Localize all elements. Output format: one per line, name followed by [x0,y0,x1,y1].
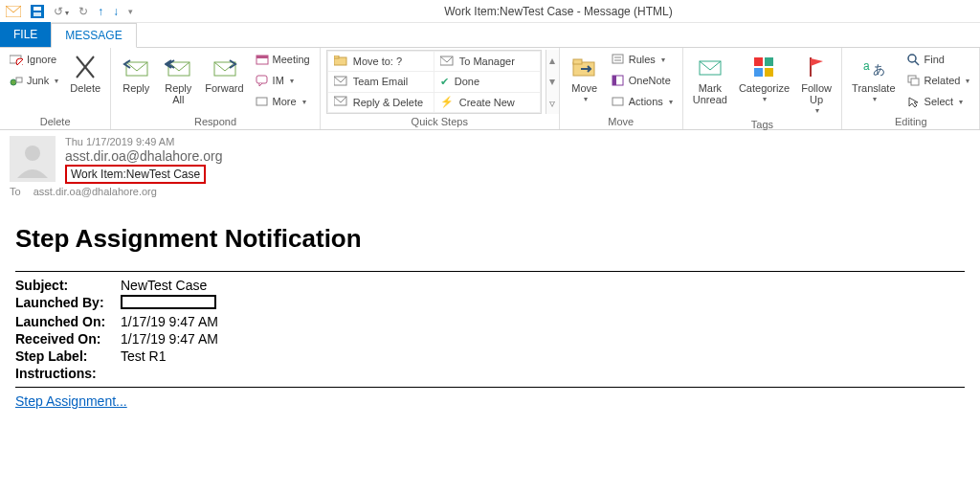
redacted-box [121,295,216,309]
rules-icon [612,53,625,66]
message-header: Thu 1/17/2019 9:49 AM asst.dir.oa@dhalah… [0,130,980,184]
f-steplabel-k: Step Label: [15,348,121,364]
actions-button[interactable]: Actions [608,92,677,111]
ribbon: Ignore Junk Delete Delete [0,48,980,130]
forward-label: Forward [205,82,243,94]
svg-text:あ: あ [873,62,885,77]
onenote-icon [612,74,625,87]
tab-file[interactable]: FILE [0,22,51,47]
mark-unread-label: Mark Unread [693,82,727,105]
f-instructions-k: Instructions: [15,366,121,381]
qs-createnew-label: Create New [459,97,515,108]
body-divider-bottom [15,387,965,388]
folder-move-icon [334,56,347,68]
onenote-button[interactable]: OneNote [608,71,677,90]
to-manager-icon [440,56,454,68]
save-icon[interactable] [31,5,44,18]
forward-icon [211,54,237,80]
svg-rect-19 [334,56,339,58]
redo-icon[interactable]: ↻ [78,5,88,18]
group-tags-label: Tags [689,117,835,132]
mark-unread-button[interactable]: Mark Unread [689,50,731,105]
delete-icon [72,54,99,80]
follow-up-button[interactable]: Follow Up [797,50,835,117]
group-respond-label: Respond [117,114,313,129]
f-launchedon-k: Launched On: [15,314,121,329]
qs-scroll-up[interactable]: ▴ [546,50,559,71]
translate-icon: aあ [860,54,887,80]
more-label: More [273,96,297,107]
qs-replydelete-label: Reply & Delete [353,97,423,108]
forward-button[interactable]: Forward [201,50,247,94]
group-editing-label: Editing [848,114,973,129]
move-label: Move [571,82,597,94]
create-new-icon: ⚡ [440,96,454,108]
sender-avatar [10,136,56,182]
f-steplabel-v: Test R1 [121,348,166,364]
rules-button[interactable]: Rules [608,50,677,69]
tab-message[interactable]: MESSAGE [51,23,136,48]
svg-rect-17 [256,98,267,105]
ignore-button[interactable]: Ignore [6,50,62,69]
qs-to-manager[interactable]: To Manager [434,52,540,71]
im-label: IM [273,75,284,86]
up-icon[interactable]: ↑ [98,5,103,18]
qs-expand[interactable]: ▿ [546,93,559,114]
step-assignment-link[interactable]: Step Assignment... [15,393,127,409]
message-subject: Work Item:NewTest Case [65,165,206,184]
f-subject-k: Subject: [15,278,121,293]
group-quick-steps: Move to: ? To Manager Team Email ✔Done R… [321,48,560,129]
ignore-label: Ignore [27,54,56,65]
qs-team-email[interactable]: Team Email [328,72,434,91]
meeting-button[interactable]: Meeting [252,50,314,69]
qs-done-label: Done [455,76,479,87]
reply-all-button[interactable]: Reply All [159,50,197,105]
ignore-icon [10,53,23,66]
window-title: Work Item:NewTest Case - Message (HTML) [444,5,673,18]
svg-point-45 [25,146,40,161]
find-button[interactable]: Find [903,50,974,69]
find-label: Find [924,54,945,65]
team-email-icon [334,76,347,88]
delete-button[interactable]: Delete [66,50,104,94]
svg-rect-8 [16,78,22,82]
respond-more-button[interactable]: More [252,92,314,111]
undo-icon[interactable]: ↺ [54,5,69,18]
categorize-icon [750,54,777,80]
qs-tomanager-label: To Manager [459,56,515,67]
reply-button[interactable]: Reply [117,50,155,94]
ribbon-tab-bar: FILE MESSAGE [0,23,980,48]
down-icon[interactable]: ↓ [113,5,119,18]
qs-move-to[interactable]: Move to: ? [328,52,434,71]
im-button[interactable]: IM [252,71,314,90]
qs-scroll-down[interactable]: ▾ [546,71,559,92]
related-button[interactable]: Related [903,71,974,90]
qat-customize-icon[interactable]: ▾ [128,7,133,16]
f-launchedby-v [121,295,216,312]
categorize-button[interactable]: Categorize [735,50,793,105]
junk-icon [10,74,23,87]
move-button[interactable]: Move [566,50,604,105]
qs-teamemail-label: Team Email [353,76,408,87]
qs-create-new[interactable]: ⚡Create New [434,93,540,112]
group-editing: aあ Translate Find Related Select Editing [842,48,980,129]
junk-button[interactable]: Junk [6,71,62,90]
svg-rect-3 [33,12,41,16]
select-button[interactable]: Select [903,92,974,111]
qs-reply-delete[interactable]: Reply & Delete [328,93,434,112]
actions-icon [612,95,625,108]
svg-rect-16 [256,76,267,83]
to-label: To [10,186,21,197]
message-body: Step Assignment Notification Subject:New… [0,203,980,419]
body-heading: Step Assignment Notification [15,224,965,254]
svg-line-40 [915,61,919,65]
related-icon [907,74,921,87]
svg-rect-29 [612,76,616,85]
related-label: Related [924,75,961,86]
translate-button[interactable]: aあ Translate [848,50,899,105]
qs-done[interactable]: ✔Done [434,72,540,91]
rules-label: Rules [629,54,656,65]
svg-rect-2 [33,7,41,11]
svg-rect-33 [765,57,773,66]
meeting-icon [256,53,269,66]
